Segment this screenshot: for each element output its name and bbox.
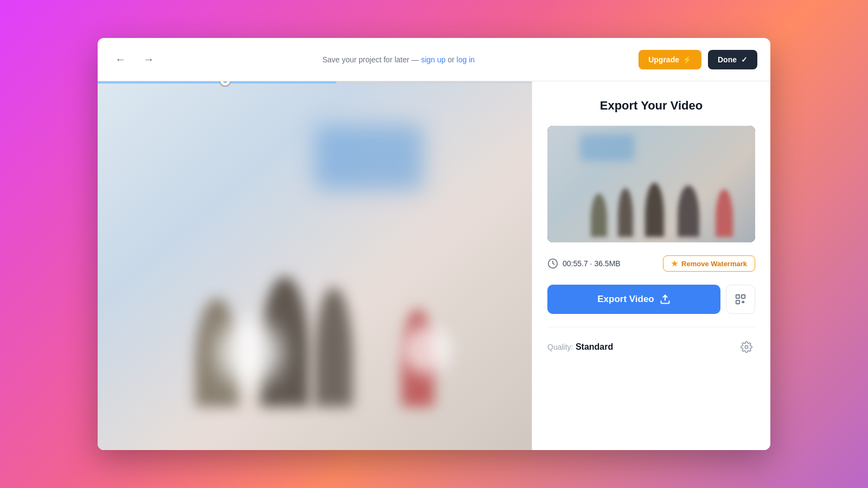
topbar-center: Save your project for later — sign up or… <box>322 55 475 64</box>
main-area: ⊕ Export Your Video <box>98 81 770 450</box>
preview-sil-4 <box>678 185 699 237</box>
done-label: Done <box>718 55 737 64</box>
sign-up-link[interactable]: sign up <box>421 55 445 64</box>
save-prompt-text: Save your project for later — <box>322 55 421 64</box>
blob-white-1 <box>217 320 282 385</box>
preview-sil-5 <box>716 189 733 237</box>
background-blob-blue <box>315 125 423 190</box>
timeline-handle[interactable]: ⊕ <box>219 81 231 87</box>
export-video-label: Export Video <box>597 294 654 305</box>
file-size-value: 36.5MB <box>594 259 620 268</box>
upgrade-button[interactable]: Upgrade ⚡ <box>639 50 701 69</box>
export-video-button[interactable]: Export Video <box>547 285 720 314</box>
quality-label: Quality: <box>547 343 573 351</box>
quality-row: Quality: Standard <box>547 327 755 356</box>
preview-sil-1 <box>591 194 607 237</box>
duration-text: 00:55.7 · 36.5MB <box>563 259 621 268</box>
handle-icon: ⊕ <box>223 81 227 84</box>
video-duration: 00:55.7 · 36.5MB <box>547 258 621 269</box>
timeline-progress <box>98 81 336 84</box>
duration-value: 00:55.7 <box>563 259 588 268</box>
back-arrow-icon: ← <box>115 53 126 66</box>
upgrade-label: Upgrade <box>648 55 679 64</box>
topbar: ← → Save your project for later — sign u… <box>98 38 770 81</box>
duration-separator: · <box>588 259 595 268</box>
svg-point-6 <box>745 346 748 349</box>
video-preview <box>547 126 755 242</box>
topbar-left: ← → <box>111 50 158 69</box>
watermark-star-icon: ★ <box>671 259 678 268</box>
done-button[interactable]: Done ✓ <box>708 50 757 69</box>
remove-watermark-label: Remove Watermark <box>681 260 747 268</box>
preview-sil-3 <box>645 183 664 237</box>
check-icon: ✓ <box>741 55 748 64</box>
export-panel: Export Your Video <box>532 81 770 450</box>
svg-rect-2 <box>736 295 739 298</box>
canvas-area: ⊕ <box>98 81 532 450</box>
video-meta-row: 00:55.7 · 36.5MB ★ Remove Watermark <box>547 255 755 272</box>
export-title: Export Your Video <box>547 99 755 113</box>
export-actions: Export Video <box>547 285 755 314</box>
clock-icon <box>547 258 558 269</box>
share-button[interactable] <box>726 285 755 314</box>
topbar-right: Upgrade ⚡ Done ✓ <box>639 50 757 69</box>
app-container: ← → Save your project for later — sign u… <box>98 38 770 450</box>
silhouette-2 <box>315 287 353 407</box>
forward-arrow-icon: → <box>143 53 154 66</box>
preview-blob-blue <box>580 134 634 161</box>
svg-rect-3 <box>742 295 745 298</box>
upload-icon <box>660 294 671 305</box>
quality-info: Quality: Standard <box>547 342 613 352</box>
log-in-link[interactable]: log in <box>457 55 475 64</box>
share-icon <box>735 293 746 305</box>
svg-rect-4 <box>736 300 739 304</box>
remove-watermark-button[interactable]: ★ Remove Watermark <box>663 255 755 272</box>
blob-white-2 <box>401 325 450 374</box>
timeline-bar <box>98 81 532 84</box>
video-canvas: ⊕ <box>98 81 532 450</box>
or-text: or <box>448 55 456 64</box>
video-preview-image <box>547 126 755 242</box>
settings-button[interactable] <box>738 338 755 356</box>
settings-icon <box>741 341 752 353</box>
quality-value: Standard <box>576 342 613 351</box>
preview-sil-2 <box>618 188 633 237</box>
lightning-icon: ⚡ <box>682 55 692 64</box>
redo-button[interactable]: → <box>139 50 158 69</box>
undo-button[interactable]: ← <box>111 50 130 69</box>
